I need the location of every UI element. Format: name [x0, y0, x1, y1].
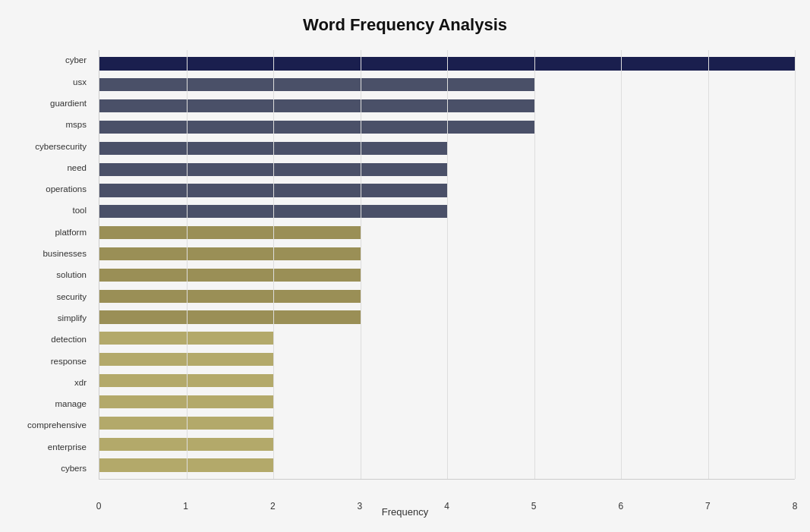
y-label: platform — [15, 222, 93, 243]
y-label: operations — [15, 179, 93, 200]
bar — [99, 121, 534, 134]
y-label: comprehensive — [15, 415, 93, 436]
bar — [99, 269, 361, 282]
plot-area — [99, 50, 795, 480]
bar — [99, 99, 534, 112]
y-label: solution — [15, 265, 93, 286]
bar — [99, 226, 361, 239]
grid-line — [447, 50, 448, 479]
y-label: guardient — [15, 93, 93, 115]
y-label: xdr — [15, 372, 93, 393]
grid-line — [795, 50, 796, 479]
grid-line — [534, 50, 535, 479]
grid-line — [621, 50, 622, 479]
y-label: response — [15, 351, 93, 372]
y-label: cyber — [15, 50, 93, 71]
bar — [99, 310, 361, 323]
y-label: need — [15, 157, 93, 178]
y-label: tool — [15, 200, 93, 222]
y-axis: cyberusxguardientmspscybersecurityneedop… — [15, 50, 99, 480]
chart-container: Word Frequency Analysis cyberusxguardien… — [0, 0, 810, 532]
bar — [99, 247, 361, 260]
y-label: msps — [15, 115, 93, 136]
grid-line — [708, 50, 709, 479]
y-label: enterprise — [15, 436, 93, 458]
bar — [99, 290, 361, 303]
grid-line — [361, 50, 361, 479]
y-label: simplify — [15, 308, 93, 329]
y-label: businesses — [15, 244, 93, 265]
x-axis-label: Frequency — [15, 506, 795, 518]
y-label: manage — [15, 394, 93, 415]
y-label: cybersecurity — [15, 136, 93, 157]
y-label: usx — [15, 71, 93, 93]
grid-line — [187, 50, 188, 479]
chart-title: Word Frequency Analysis — [15, 15, 795, 35]
y-label: security — [15, 286, 93, 307]
y-label: detection — [15, 329, 93, 351]
y-label: cybers — [15, 458, 93, 480]
grid-line — [273, 50, 274, 479]
bar — [99, 78, 534, 91]
